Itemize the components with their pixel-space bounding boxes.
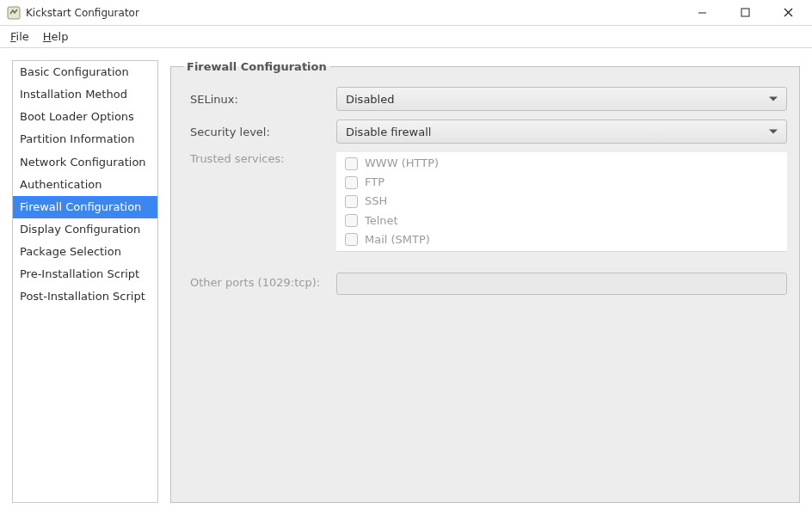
window-title: Kickstart Configurator [26, 7, 688, 19]
close-button[interactable] [774, 4, 802, 21]
svg-rect-2 [741, 9, 749, 16]
trusted-service-label: Mail (SMTP) [365, 232, 430, 248]
trusted-service-mail: Mail (SMTP) [336, 230, 787, 249]
app-icon [7, 6, 21, 20]
main-panel: Firewall Configuration SELinux: Disabled… [170, 60, 800, 503]
trusted-services-list: WWW (HTTP) FTP SSH Telnet [336, 152, 787, 252]
window-buttons [688, 4, 805, 21]
window-titlebar: Kickstart Configurator [0, 0, 812, 26]
svg-rect-0 [8, 7, 20, 19]
firewall-configuration-panel: Firewall Configuration SELinux: Disabled… [170, 60, 800, 503]
trusted-services-label: Trusted services: [183, 152, 329, 165]
other-ports-label: Other ports (1029:tcp): [183, 273, 329, 289]
sidebar-item-partition-information[interactable]: Partition Information [13, 128, 157, 150]
security-level-value: Disable firewall [346, 126, 431, 138]
trusted-service-label: Telnet [365, 213, 398, 229]
sidebar-item-boot-loader-options[interactable]: Boot Loader Options [13, 106, 157, 128]
selinux-label: SELinux: [183, 93, 329, 106]
trusted-service-www: WWW (HTTP) [336, 154, 787, 173]
sidebar-item-pre-installation-script[interactable]: Pre-Installation Script [13, 263, 157, 285]
checkbox-icon[interactable] [345, 195, 358, 208]
checkbox-icon[interactable] [345, 176, 358, 189]
trusted-service-label: FTP [365, 175, 384, 190]
trusted-service-telnet: Telnet [336, 212, 787, 230]
menubar: FFileile HHelpelp [0, 26, 812, 48]
checkbox-icon[interactable] [345, 157, 358, 170]
other-ports-input[interactable] [336, 273, 787, 295]
sidebar-item-post-installation-script[interactable]: Post-Installation Script [13, 285, 157, 308]
sidebar-item-firewall-configuration[interactable]: Firewall Configuration [13, 196, 157, 218]
trusted-service-ssh: SSH [336, 192, 787, 211]
sidebar-item-authentication[interactable]: Authentication [13, 174, 157, 196]
checkbox-icon[interactable] [345, 214, 358, 227]
sidebar-item-network-configuration[interactable]: Network Configuration [13, 151, 157, 174]
trusted-service-label: SSH [365, 193, 387, 209]
panel-legend: Firewall Configuration [183, 60, 330, 73]
security-level-select[interactable]: Disable firewall [336, 120, 787, 144]
minimize-button[interactable] [688, 4, 716, 21]
security-level-label: Security level: [183, 126, 329, 138]
sidebar-item-display-configuration[interactable]: Display Configuration [13, 218, 157, 241]
trusted-service-ftp: FTP [336, 173, 787, 192]
menu-help[interactable]: HHelpelp [43, 30, 69, 43]
maximize-button[interactable] [731, 4, 759, 21]
menu-file[interactable]: FFileile [10, 30, 29, 43]
sidebar-item-package-selection[interactable]: Package Selection [13, 241, 157, 263]
sidebar-item-installation-method[interactable]: Installation Method [13, 83, 157, 106]
sidebar: Basic Configuration Installation Method … [12, 60, 158, 503]
content-area: Basic Configuration Installation Method … [0, 48, 812, 515]
selinux-value: Disabled [346, 93, 394, 106]
trusted-service-label: WWW (HTTP) [365, 156, 439, 171]
selinux-select[interactable]: Disabled [336, 87, 787, 111]
checkbox-icon[interactable] [345, 233, 358, 246]
sidebar-item-basic-configuration[interactable]: Basic Configuration [13, 61, 157, 83]
